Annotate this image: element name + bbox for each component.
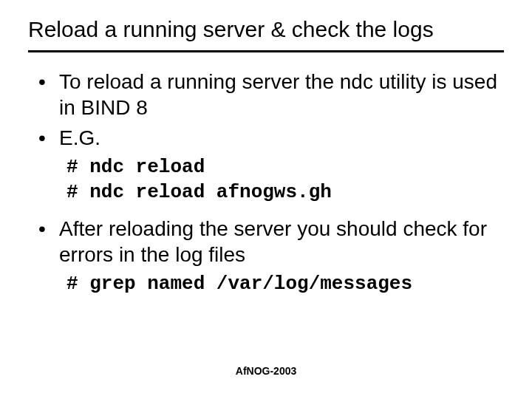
code-block: # grep named /var/log/messages <box>66 272 504 297</box>
slide-title: Reload a running server & check the logs <box>28 16 504 46</box>
code-line: # ndc reload <box>66 156 205 178</box>
code-line: # grep named /var/log/messages <box>66 273 412 295</box>
title-rule <box>28 50 504 52</box>
slide: Reload a running server & check the logs… <box>0 0 532 399</box>
bullet-list: To reload a running server the ndc utili… <box>28 69 504 151</box>
bullet-item: E.G. <box>35 125 504 151</box>
bullet-item: To reload a running server the ndc utili… <box>35 69 504 120</box>
code-block: # ndc reload # ndc reload afnogws.gh <box>66 155 504 205</box>
bullet-list: After reloading the server you should ch… <box>28 216 504 267</box>
footer-text: AfNOG-2003 <box>0 365 532 377</box>
bullet-item: After reloading the server you should ch… <box>35 216 504 267</box>
code-line: # ndc reload afnogws.gh <box>66 181 332 203</box>
